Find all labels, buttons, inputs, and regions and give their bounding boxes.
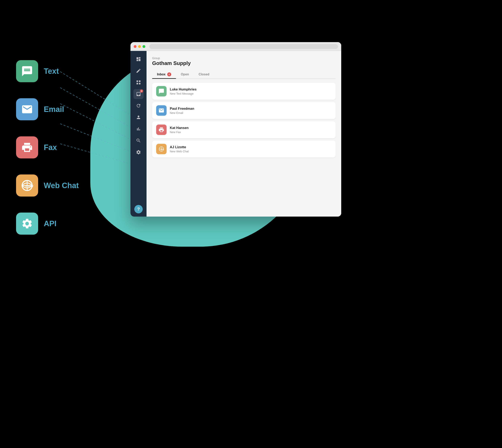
dot-green [143,45,145,48]
channel-item-text: Text [16,60,79,82]
app-layout: 4 ? Group Gotham Supp [131,51,341,217]
message-preview-aj: New Web Chat [170,150,332,153]
message-info-kat: Kat Hansen New Fax [170,126,332,134]
message-preview-kat: New Fax [170,130,332,134]
sidebar-icon-compose[interactable] [134,66,144,76]
message-name-aj: AJ Lizotte [170,145,332,149]
channel-item-api: API [16,213,79,235]
message-item-luke[interactable]: Luke Humphries New Text Message [152,83,335,100]
fax-channel-label: Fax [44,143,57,152]
message-info-aj: AJ Lizotte New Web Chat [170,145,332,153]
message-item-paul[interactable]: Paul Freedman New Email [152,102,335,119]
message-info-luke: Luke Humphries New Text Message [170,87,332,95]
message-info-paul: Paul Freedman New Email [170,107,332,114]
channel-item-email: Email [16,98,79,120]
help-button[interactable]: ? [134,205,143,213]
sidebar-icon-inbox[interactable]: 4 [134,89,144,99]
sidebar-icon-analytics[interactable] [134,124,144,134]
text-channel-icon [16,60,38,82]
email-channel-label: Email [44,105,64,114]
inbox-tab-badge: 4 [167,72,171,76]
svg-text:www: www [160,148,164,150]
sidebar-icon-settings[interactable] [134,147,144,157]
tab-inbox[interactable]: Inbox 4 [152,70,176,79]
dot-red [134,45,136,48]
email-channel-icon [16,98,38,120]
dot-yellow [138,45,141,48]
main-content: Group Gotham Supply Inbox 4 Open Closed [147,51,341,217]
channel-list: Text Email Fax www Web Chat API [16,60,79,235]
sidebar-icon-grid[interactable] [134,77,144,87]
inbox-badge: 4 [140,89,143,93]
webchat-channel-label: Web Chat [44,181,79,190]
avatar-luke [156,86,167,96]
avatar-kat [156,125,167,135]
channel-item-fax: Fax [16,136,79,159]
api-channel-label: API [44,219,56,228]
tab-closed[interactable]: Closed [194,70,214,79]
svg-text:www: www [25,184,33,188]
browser-titlebar [131,42,341,51]
sidebar-bottom: ? [134,205,143,213]
api-channel-icon [16,213,38,235]
message-list: Luke Humphries New Text Message Paul Fre… [152,83,335,158]
webchat-channel-icon: www [16,175,38,196]
message-name-paul: Paul Freedman [170,107,332,111]
message-item-aj[interactable]: www AJ Lizotte New Web Chat [152,141,335,158]
browser-window: 4 ? Group Gotham Supp [131,42,341,217]
sidebar-icon-search[interactable] [134,136,144,145]
message-name-kat: Kat Hansen [170,126,332,130]
group-name: Gotham Supply [152,60,335,66]
sidebar-icon-contacts[interactable] [134,112,144,122]
fax-channel-icon [16,136,38,159]
sidebar-icon-broadcast[interactable] [134,101,144,111]
avatar-aj: www [156,144,167,154]
message-preview-paul: New Email [170,111,332,114]
avatar-paul [156,105,167,116]
text-channel-label: Text [44,67,59,76]
browser-urlbar [149,44,338,49]
tab-open[interactable]: Open [176,70,194,79]
sidebar: 4 ? [131,51,147,217]
tab-bar: Inbox 4 Open Closed [152,70,335,79]
group-label: Group [152,57,335,60]
message-preview-luke: New Text Message [170,92,332,95]
message-item-kat[interactable]: Kat Hansen New Fax [152,121,335,138]
message-name-luke: Luke Humphries [170,87,332,91]
sidebar-icon-dashboard[interactable] [134,54,144,64]
channel-item-webchat: www Web Chat [16,175,79,196]
